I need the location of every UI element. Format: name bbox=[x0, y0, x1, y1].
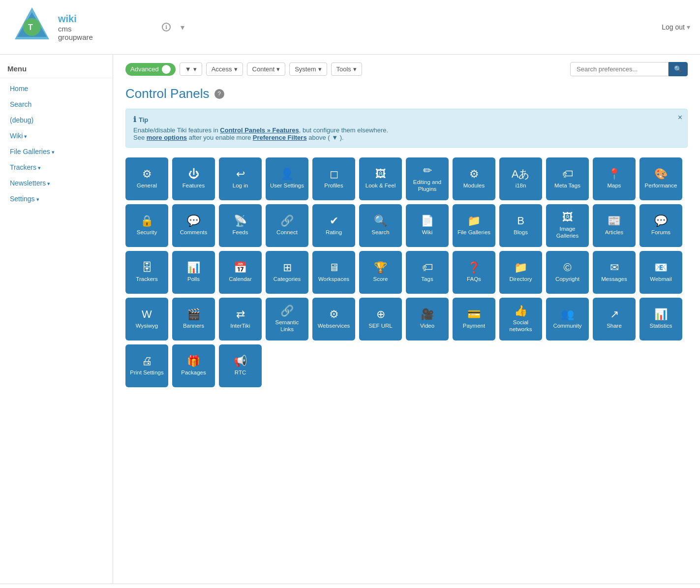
panel-btn-copyright[interactable]: © Copyright bbox=[546, 251, 589, 294]
panel-label: Social networks bbox=[503, 319, 538, 333]
info-icon[interactable]: ℹ bbox=[162, 23, 171, 31]
search-icon: 🔍 bbox=[674, 65, 682, 73]
panel-btn-share[interactable]: ↗ Share bbox=[593, 298, 636, 340]
panel-btn-profiles[interactable]: ◻ Profiles bbox=[312, 157, 355, 200]
filter-button[interactable]: ▼ ▾ bbox=[180, 62, 202, 76]
system-button[interactable]: System ▾ bbox=[289, 62, 327, 76]
panel-btn-i18n[interactable]: Aあ i18n bbox=[499, 157, 542, 200]
panel-btn-security[interactable]: 🔒 Security bbox=[125, 204, 168, 247]
tip-link-preference-filters[interactable]: Preference Filters bbox=[253, 134, 307, 141]
panel-btn-forums[interactable]: 💬 Forums bbox=[639, 204, 682, 247]
sidebar-item-debug[interactable]: (debug) bbox=[0, 112, 113, 128]
panel-btn-polls[interactable]: 📊 Polls bbox=[172, 251, 215, 294]
panel-btn-meta-tags[interactable]: 🏷 Meta Tags bbox=[546, 157, 589, 200]
panel-btn-print-settings[interactable]: 🖨 Print Settings bbox=[125, 344, 168, 387]
panel-icon: 💬 bbox=[654, 216, 668, 226]
panel-label: Feeds bbox=[233, 229, 248, 236]
tip-link-features[interactable]: Control Panels » Features bbox=[220, 126, 299, 134]
tip-link-more-options[interactable]: more options bbox=[147, 134, 187, 141]
advanced-toggle[interactable]: Advanced bbox=[125, 63, 176, 76]
filter-icon: ▼ bbox=[185, 65, 191, 73]
content-button[interactable]: Content ▾ bbox=[247, 62, 286, 76]
tools-button[interactable]: Tools ▾ bbox=[331, 62, 362, 76]
sidebar-item-newsletters[interactable]: Newsletters bbox=[0, 175, 113, 191]
panel-btn-webmail[interactable]: 📧 Webmail bbox=[639, 251, 682, 294]
panel-btn-log-in[interactable]: ↩ Log in bbox=[219, 157, 262, 200]
content-area: Advanced ▼ ▾ Access ▾ Content ▾ System ▾… bbox=[113, 55, 700, 584]
panel-btn-feeds[interactable]: 📡 Feeds bbox=[219, 204, 262, 247]
panel-btn-rtc[interactable]: 📢 RTC bbox=[219, 344, 262, 387]
panel-btn-categories[interactable]: ⊞ Categories bbox=[266, 251, 308, 294]
chevron-down-icon[interactable]: ▾ bbox=[178, 23, 187, 31]
panel-btn-comments[interactable]: 💬 Comments bbox=[172, 204, 215, 247]
panel-btn-messages[interactable]: ✉ Messages bbox=[593, 251, 636, 294]
panel-btn-general[interactable]: ⚙ General bbox=[125, 157, 168, 200]
panel-btn-search[interactable]: 🔍 Search bbox=[359, 204, 402, 247]
panel-btn-trackers[interactable]: 🗄 Trackers bbox=[125, 251, 168, 294]
sidebar-item-search[interactable]: Search bbox=[0, 96, 113, 112]
panel-btn-performance[interactable]: 🎨 Performance bbox=[639, 157, 682, 200]
panel-btn-wysiwyg[interactable]: W Wysiwyg bbox=[125, 298, 168, 340]
panel-btn-articles[interactable]: 📰 Articles bbox=[593, 204, 636, 247]
panel-btn-statistics[interactable]: 📊 Statistics bbox=[639, 298, 682, 340]
tip-title: ℹ Tip bbox=[133, 115, 680, 124]
access-button[interactable]: Access ▾ bbox=[206, 62, 243, 76]
tip-close-button[interactable]: × bbox=[678, 113, 682, 122]
panel-icon: ⇄ bbox=[236, 309, 245, 320]
panel-btn-maps[interactable]: 📍 Maps bbox=[593, 157, 636, 200]
panel-icon: ❓ bbox=[467, 262, 481, 273]
panel-label: Connect bbox=[276, 229, 298, 236]
panel-btn-packages[interactable]: 🎁 Packages bbox=[172, 344, 215, 387]
panel-btn-file-galleries[interactable]: 📁 File Galleries bbox=[453, 204, 495, 247]
sidebar-item-file-galleries[interactable]: File Galleries bbox=[0, 144, 113, 159]
panel-label: FAQs bbox=[467, 276, 481, 283]
search-input[interactable] bbox=[570, 62, 669, 76]
sidebar-item-trackers[interactable]: Trackers bbox=[0, 159, 113, 175]
panel-icon: ⚙ bbox=[469, 169, 479, 180]
panel-btn-intertiki[interactable]: ⇄ InterTiki bbox=[219, 298, 262, 340]
panel-btn-webservices[interactable]: ⚙ Webservices bbox=[312, 298, 355, 340]
panel-icon: 🖼 bbox=[375, 169, 386, 180]
panel-btn-editing-and-plugins[interactable]: ✏ Editing and Plugins bbox=[406, 157, 449, 200]
panel-label: Features bbox=[183, 183, 205, 189]
panel-btn-connect[interactable]: 🔗 Connect bbox=[266, 204, 308, 247]
panel-btn-video[interactable]: 🎥 Video bbox=[406, 298, 449, 340]
panel-btn-wiki[interactable]: 📄 Wiki bbox=[406, 204, 449, 247]
panel-btn-calendar[interactable]: 📅 Calendar bbox=[219, 251, 262, 294]
panel-btn-banners[interactable]: 🎬 Banners bbox=[172, 298, 215, 340]
system-chevron: ▾ bbox=[318, 65, 322, 73]
panel-btn-user-settings[interactable]: 👤 User Settings bbox=[266, 157, 308, 200]
panel-label: Profiles bbox=[324, 183, 343, 189]
panel-label: Copyright bbox=[555, 276, 579, 283]
panel-btn-blogs[interactable]: B Blogs bbox=[499, 204, 542, 247]
panel-btn-faqs[interactable]: ❓ FAQs bbox=[453, 251, 495, 294]
panel-btn-score[interactable]: 🏆 Score bbox=[359, 251, 402, 294]
panel-btn-workspaces[interactable]: 🖥 Workspaces bbox=[312, 251, 355, 294]
panel-icon: 🔒 bbox=[140, 216, 153, 226]
search-button[interactable]: 🔍 bbox=[669, 62, 688, 76]
sidebar-item-settings[interactable]: Settings bbox=[0, 191, 113, 207]
panel-btn-rating[interactable]: ✔ Rating bbox=[312, 204, 355, 247]
panel-btn-tags[interactable]: 🏷 Tags bbox=[406, 251, 449, 294]
panel-btn-social-networks[interactable]: 👍 Social networks bbox=[499, 298, 542, 340]
panel-btn-features[interactable]: ⏻ Features bbox=[172, 157, 215, 200]
search-box: 🔍 bbox=[570, 62, 688, 76]
logout-button[interactable]: Log out bbox=[662, 23, 685, 31]
panel-icon: ✏ bbox=[423, 165, 432, 176]
panel-btn-community[interactable]: 👥 Community bbox=[546, 298, 589, 340]
help-icon[interactable]: ? bbox=[214, 89, 224, 99]
panel-btn-look-&-feel[interactable]: 🖼 Look & Feel bbox=[359, 157, 402, 200]
logo-text: wiki cms groupware bbox=[58, 13, 93, 41]
sidebar-item-wiki[interactable]: Wiki bbox=[0, 128, 113, 144]
panel-btn-payment[interactable]: 💳 Payment bbox=[453, 298, 495, 340]
panel-icon: 👥 bbox=[561, 309, 574, 320]
panel-btn-modules[interactable]: ⚙ Modules bbox=[453, 157, 495, 200]
panel-label: Messages bbox=[601, 276, 627, 283]
sidebar-item-home[interactable]: Home bbox=[0, 81, 113, 96]
panel-btn-directory[interactable]: 📁 Directory bbox=[499, 251, 542, 294]
panel-label: Community bbox=[553, 323, 581, 330]
panel-btn-image-galleries[interactable]: 🖼 Image Galleries bbox=[546, 204, 589, 247]
panel-btn-sef-url[interactable]: ⊕ SEF URL bbox=[359, 298, 402, 340]
panel-btn-semantic-links[interactable]: 🔗 Semantic Links bbox=[266, 298, 308, 340]
panel-icon: 📊 bbox=[654, 309, 668, 320]
